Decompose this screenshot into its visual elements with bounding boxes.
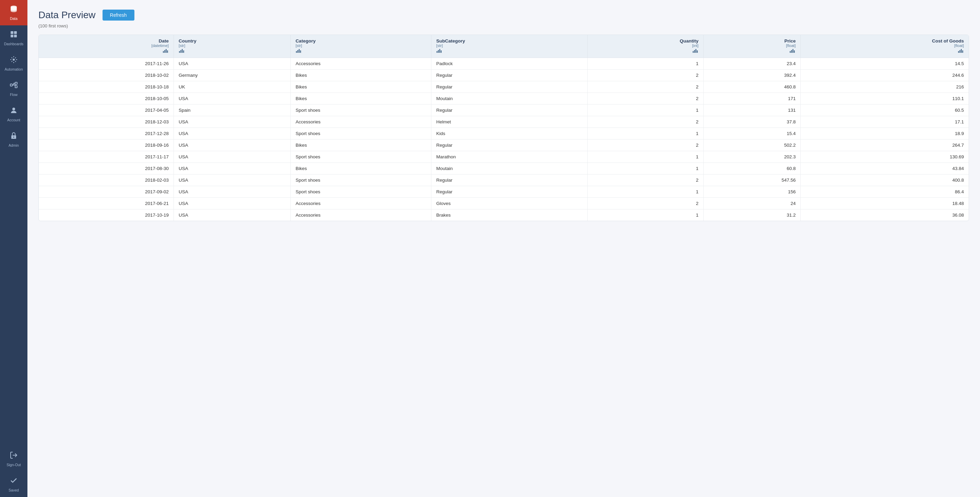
svg-rect-15 xyxy=(165,49,167,53)
sidebar-item-dashboards[interactable]: Dashboards xyxy=(0,25,27,51)
table-cell: 392.4 xyxy=(703,70,801,81)
svg-point-11 xyxy=(13,137,14,138)
table-row: 2017-09-02USASport shoesRegular115686.4 xyxy=(39,186,969,198)
table-header-row: Date [datetime] Country [str] xyxy=(39,35,969,58)
svg-rect-8 xyxy=(15,86,17,88)
sidebar-signout-label: Sign-Out xyxy=(6,463,21,467)
table-cell: 547.56 xyxy=(703,175,801,186)
svg-rect-4 xyxy=(14,35,17,37)
table-cell: 1 xyxy=(588,105,704,116)
table-cell: 1 xyxy=(588,210,704,221)
table-row: 2017-12-28USASport shoesKids115.418.9 xyxy=(39,128,969,140)
svg-rect-28 xyxy=(441,51,442,53)
table-cell: Marathon xyxy=(431,151,588,163)
svg-rect-23 xyxy=(299,49,300,53)
svg-rect-18 xyxy=(180,50,181,53)
table-cell: 2017-08-30 xyxy=(39,163,173,175)
svg-rect-22 xyxy=(297,50,298,53)
svg-rect-2 xyxy=(14,31,17,34)
sidebar-item-data[interactable]: Data xyxy=(0,0,27,25)
svg-rect-16 xyxy=(167,51,168,53)
svg-rect-25 xyxy=(436,51,438,53)
svg-rect-29 xyxy=(693,51,694,53)
table-cell: 130.69 xyxy=(801,151,969,163)
svg-rect-27 xyxy=(439,49,440,53)
table-cell: Helmet xyxy=(431,116,588,128)
table-cell: Gloves xyxy=(431,198,588,210)
table-cell: Sport shoes xyxy=(290,175,431,186)
col-header-category: Category [str] xyxy=(290,35,431,58)
svg-rect-33 xyxy=(790,51,791,53)
sidebar-item-account[interactable]: Account xyxy=(0,102,27,127)
svg-rect-21 xyxy=(296,51,297,53)
table-cell: 244.6 xyxy=(801,70,969,81)
sidebar-item-admin[interactable]: Admin xyxy=(0,127,27,152)
table-row: 2018-12-03USAAccessoriesHelmet237.817.1 xyxy=(39,116,969,128)
table-cell: 17.1 xyxy=(801,116,969,128)
table-cell: Bikes xyxy=(290,70,431,81)
sidebar-item-flow[interactable]: Flow xyxy=(0,76,27,102)
sidebar-item-automation[interactable]: Automation xyxy=(0,51,27,76)
table-cell: 18.48 xyxy=(801,198,969,210)
table-cell: Sport shoes xyxy=(290,105,431,116)
sidebar-item-saved[interactable]: Saved xyxy=(0,472,27,497)
table-cell: Brakes xyxy=(431,210,588,221)
table-cell: Bikes xyxy=(290,163,431,175)
col-header-country: Country [str] xyxy=(173,35,290,58)
main-content: Data Preview Refresh (100 first rows) Da… xyxy=(27,0,980,497)
sidebar: Data Dashboards Automation xyxy=(0,0,27,497)
svg-rect-17 xyxy=(179,51,180,53)
table-cell: USA xyxy=(173,186,290,198)
table-cell: Kids xyxy=(431,128,588,140)
table-row: 2017-11-17USASport shoesMarathon1202.313… xyxy=(39,151,969,163)
table-cell: 2018-10-18 xyxy=(39,81,173,93)
table-cell: Moutain xyxy=(431,163,588,175)
admin-icon xyxy=(10,132,18,142)
data-table: Date [datetime] Country [str] xyxy=(39,35,969,221)
svg-rect-19 xyxy=(182,49,183,53)
table-cell: 2 xyxy=(588,70,704,81)
table-cell: 60.8 xyxy=(703,163,801,175)
table-cell: Regular xyxy=(431,175,588,186)
svg-rect-24 xyxy=(300,51,301,53)
table-cell: Regular xyxy=(431,70,588,81)
table-cell: 2 xyxy=(588,116,704,128)
table-cell: 14.5 xyxy=(801,58,969,70)
table-cell: 86.4 xyxy=(801,186,969,198)
table-cell: Germany xyxy=(173,70,290,81)
col-header-costofgoods: Cost of Goods [float] xyxy=(801,35,969,58)
table-cell: 400.8 xyxy=(801,175,969,186)
table-cell: Sport shoes xyxy=(290,151,431,163)
table-cell: 2018-12-03 xyxy=(39,116,173,128)
table-cell: 2 xyxy=(588,175,704,186)
svg-rect-14 xyxy=(164,50,165,53)
table-cell: 43.84 xyxy=(801,163,969,175)
table-cell: 2017-10-19 xyxy=(39,210,173,221)
table-row: 2017-04-05SpainSport shoesRegular113160.… xyxy=(39,105,969,116)
table-cell: Accessories xyxy=(290,116,431,128)
sidebar-item-signout[interactable]: Sign-Out xyxy=(0,446,27,472)
table-cell: Bikes xyxy=(290,81,431,93)
data-icon xyxy=(10,5,18,15)
table-cell: 2017-09-02 xyxy=(39,186,173,198)
account-icon xyxy=(10,106,18,116)
svg-rect-13 xyxy=(163,51,164,53)
dashboards-icon xyxy=(10,30,18,40)
page-title: Data Preview xyxy=(38,10,95,21)
table-cell: Accessories xyxy=(290,58,431,70)
table-cell: USA xyxy=(173,128,290,140)
col-header-quantity: Quantity [int] xyxy=(588,35,704,58)
svg-rect-38 xyxy=(959,50,961,53)
table-cell: 31.2 xyxy=(703,210,801,221)
svg-rect-3 xyxy=(11,35,13,37)
table-cell: 2017-11-26 xyxy=(39,58,173,70)
svg-rect-1 xyxy=(11,31,13,34)
table-row: 2017-11-26USAAccessoriesPadlock123.414.5 xyxy=(39,58,969,70)
svg-rect-34 xyxy=(791,50,792,53)
table-cell: 1 xyxy=(588,163,704,175)
refresh-button[interactable]: Refresh xyxy=(102,10,134,21)
saved-icon xyxy=(10,476,18,487)
table-cell: 502.2 xyxy=(703,140,801,151)
table-cell: Regular xyxy=(431,186,588,198)
table-row: 2017-08-30USABikesMoutain160.843.84 xyxy=(39,163,969,175)
